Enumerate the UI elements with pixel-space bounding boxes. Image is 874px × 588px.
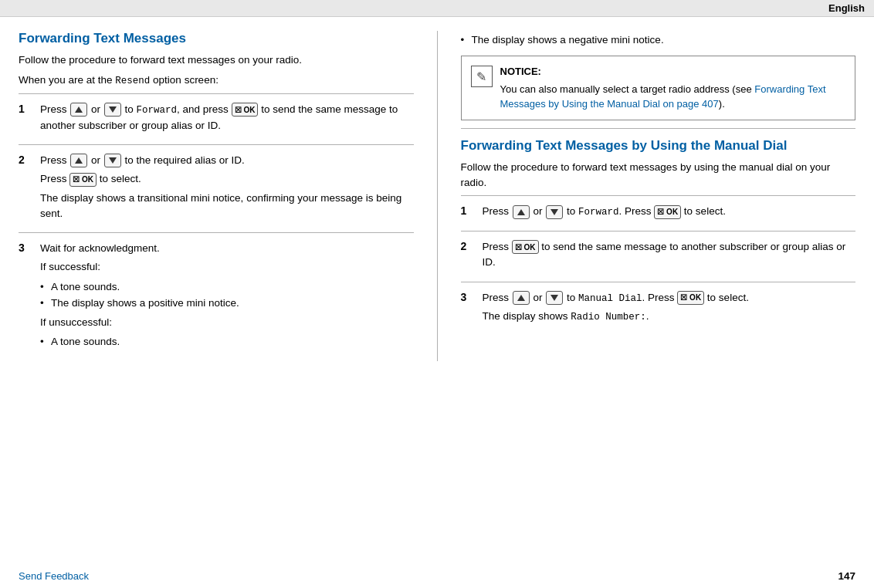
send-feedback-link[interactable]: Send Feedback xyxy=(19,570,89,582)
r-ok-button-icon3: ☒ OK xyxy=(677,291,704,305)
up-arrow-icon2 xyxy=(70,154,87,167)
down-arrow-icon xyxy=(104,103,121,117)
notice-title: NOTICE: xyxy=(500,64,846,79)
notice-text: You can also manually select a target ra… xyxy=(500,83,755,95)
notice-box: ✎ NOTICE: You can also manually select a… xyxy=(461,56,856,120)
right-column: The display shows a negative mini notice… xyxy=(437,31,856,361)
left-heading: Forwarding Text Messages xyxy=(19,31,414,46)
down-arrow-icon2 xyxy=(104,154,121,167)
r-up-arrow-icon1 xyxy=(513,205,530,219)
r-down-arrow-icon3 xyxy=(546,291,563,305)
right-intro: Follow the procedure to forward text mes… xyxy=(461,160,856,191)
ok-button-icon2: ☒ OK xyxy=(69,173,97,187)
r-ok-button-icon2: ☒ OK xyxy=(512,240,539,254)
right-steps: 1 Press or to Forward. Press ☒ OK to sel… xyxy=(461,195,856,336)
top-bar: English xyxy=(0,0,874,17)
right-step-1: 1 Press or to Forward. Press ☒ OK to sel… xyxy=(461,195,856,231)
right-heading: Forwarding Text Messages by Using the Ma… xyxy=(461,138,856,154)
page-number: 147 xyxy=(838,570,855,582)
ok-button-icon: ☒ OK xyxy=(232,103,259,117)
r-up-arrow-icon3 xyxy=(513,291,530,305)
left-step-2: 2 Press or to the required alias or ID. … xyxy=(19,144,414,232)
r-ok-button-icon1: ☒ OK xyxy=(654,205,681,219)
right-divider xyxy=(461,128,856,129)
right-top-bullet-item: The display shows a negative mini notice… xyxy=(461,31,856,49)
left-step-1: 1 Press or to Forward, and press ☒ OK to… xyxy=(19,93,414,144)
up-arrow-icon xyxy=(70,103,87,117)
language-label: English xyxy=(828,2,865,14)
footer: Send Feedback 147 xyxy=(0,563,874,588)
notice-text2: ). xyxy=(719,98,725,110)
right-step-3: 3 Press or to Manual Dial. Press ☒ OK to… xyxy=(461,282,856,336)
r-down-arrow-icon1 xyxy=(546,205,563,219)
left-resend-line: When you are at the Resend option screen… xyxy=(19,73,414,89)
left-column: Forwarding Text Messages Follow the proc… xyxy=(19,31,414,361)
left-intro: Follow the procedure to forward text mes… xyxy=(19,52,414,68)
left-steps: 1 Press or to Forward, and press ☒ OK to… xyxy=(19,93,414,361)
left-step-3: 3 Wait for acknowledgment. If successful… xyxy=(19,232,414,361)
right-step-2: 2 Press ☒ OK to send the same message to… xyxy=(461,231,856,282)
notice-icon: ✎ xyxy=(471,66,493,87)
